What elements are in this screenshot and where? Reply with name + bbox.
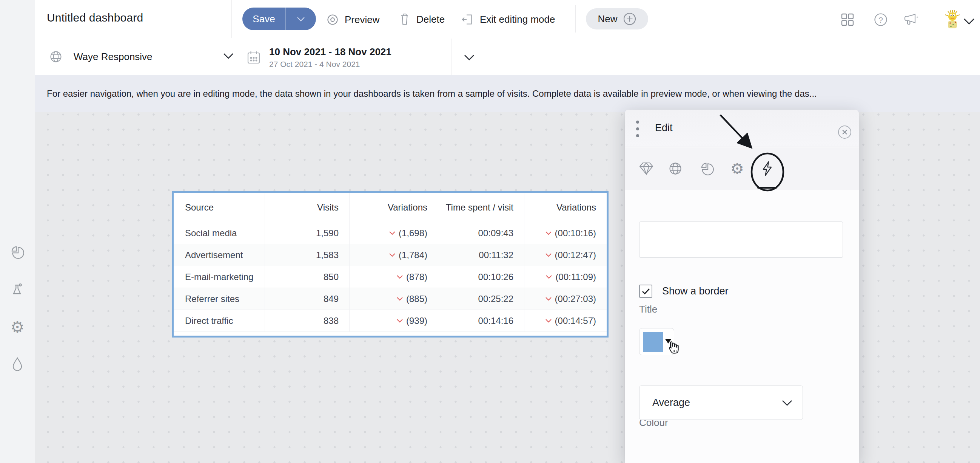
- chevron-down-icon: [963, 18, 975, 25]
- cell-time-spent: 00:25:22: [438, 288, 524, 310]
- save-button-label[interactable]: Save: [242, 8, 286, 30]
- site-name: Waye Responsive: [73, 51, 153, 63]
- decrease-icon: [545, 275, 553, 279]
- cell-visits: 1,590: [265, 222, 349, 244]
- cell-source: Direct traffic: [173, 310, 265, 332]
- trash-icon: [398, 12, 411, 26]
- site-selector[interactable]: Waye Responsive: [49, 45, 238, 69]
- show-border-checkbox[interactable]: [639, 284, 652, 298]
- cell-time-spent: 00:10:26: [438, 266, 524, 287]
- chevron-down-icon: [297, 17, 305, 22]
- show-border-label: Show a border: [662, 285, 729, 297]
- preview-eye-icon: [326, 14, 339, 26]
- column-header-variations[interactable]: Variations: [524, 193, 607, 222]
- context-bar: Waye Responsive 10 Nov 2021 - 18 Nov 202…: [35, 38, 980, 75]
- cell-time-variation: (00:12:47): [524, 244, 607, 266]
- tab-style-gem[interactable]: [635, 157, 658, 180]
- table-row[interactable]: Referrer sites 849 (885) 00:25:22 (00:27…: [173, 288, 607, 310]
- plus-circle-icon: [623, 12, 636, 26]
- chevron-down-icon: [464, 54, 474, 61]
- edit-panel-tabs: ⚙: [625, 147, 859, 190]
- show-border-checkbox-row[interactable]: Show a border: [639, 284, 729, 298]
- lab-flask-icon[interactable]: [9, 282, 25, 298]
- edit-panel-header: Edit: [625, 110, 859, 147]
- chevron-down-icon: [781, 399, 793, 406]
- tab-chart-pie[interactable]: [696, 157, 718, 180]
- avatar[interactable]: [943, 9, 962, 30]
- table-row[interactable]: Social media 1,590 (1,698) 00:09:43 (00:…: [173, 222, 607, 244]
- sources-table-widget[interactable]: Source Visits Variations Time spent / vi…: [172, 191, 609, 337]
- sampling-notice: For easier navigation, when you are in e…: [35, 75, 980, 112]
- border-colour-picker[interactable]: [639, 328, 674, 355]
- checkmark-icon: [641, 287, 651, 295]
- edit-panel-title: Edit: [655, 122, 673, 134]
- cell-time-variation: (00:11:09): [524, 266, 607, 287]
- tab-settings-gear[interactable]: ⚙: [726, 157, 749, 180]
- droplet-icon[interactable]: [9, 356, 25, 372]
- cell-time-variation: (00:10:16): [524, 222, 607, 244]
- apps-grid-icon[interactable]: [839, 11, 856, 28]
- delete-button[interactable]: Delete: [398, 11, 445, 28]
- save-button[interactable]: Save: [242, 8, 316, 30]
- cell-visits-variation: (1,698): [349, 222, 438, 244]
- cell-source: Advertisement: [173, 244, 265, 266]
- table-row[interactable]: Advertisement 1,583 (1,784) 00:11:32 (00…: [173, 244, 607, 266]
- drag-handle-icon[interactable]: [635, 121, 641, 137]
- calendar-icon: [247, 50, 261, 65]
- decrease-icon: [388, 252, 396, 257]
- caret-down-icon: [665, 339, 671, 343]
- cell-visits-variation: (878): [349, 266, 438, 287]
- svg-text:?: ?: [878, 16, 883, 24]
- date-range-value: 10 Nov 2021 - 18 Nov 2021: [269, 46, 391, 58]
- decrease-icon: [545, 296, 552, 301]
- cell-source: E-mail-marketing: [173, 266, 265, 287]
- cell-time-variation: (00:14:57): [524, 310, 607, 332]
- table-row[interactable]: E-mail-marketing 850 (878) 00:10:26 (00:…: [173, 266, 607, 288]
- cell-source: Social media: [173, 222, 265, 244]
- column-header-time-spent[interactable]: Time spent / visit: [438, 193, 524, 222]
- help-icon[interactable]: ?: [872, 11, 889, 28]
- widget-title-input[interactable]: [639, 222, 843, 258]
- date-range-selector[interactable]: 10 Nov 2021 - 18 Nov 2021 27 Oct 2021 - …: [231, 40, 451, 75]
- cell-visits: 850: [265, 266, 349, 287]
- exit-editing-mode-button[interactable]: Exit editing mode: [461, 11, 555, 28]
- close-button[interactable]: [838, 125, 852, 139]
- exit-icon: [461, 12, 474, 26]
- tab-interactions-lightning[interactable]: [756, 157, 778, 180]
- sampling-notice-text: For easier navigation, when you are in e…: [47, 88, 817, 99]
- decrease-icon: [388, 231, 396, 235]
- cell-time-spent: 00:14:16: [438, 310, 524, 332]
- cell-time-spent: 00:09:43: [438, 222, 524, 244]
- megaphone-icon[interactable]: [903, 11, 919, 28]
- cell-visits: 849: [265, 288, 349, 310]
- column-header-source[interactable]: Source: [173, 193, 265, 222]
- save-dropdown-toggle[interactable]: [286, 8, 316, 30]
- tab-data-globe[interactable]: [664, 157, 687, 180]
- account-menu-chevron[interactable]: [961, 13, 977, 29]
- thickness-value: Average: [652, 397, 781, 409]
- page-title: Untitled dashboard: [47, 11, 143, 24]
- cell-visits-variation: (1,784): [349, 244, 438, 266]
- decrease-icon: [396, 275, 404, 279]
- cell-visits-variation: (939): [349, 310, 438, 332]
- dashboard-editor-window: ⚙ Untitled dashboard Save Preview: [0, 0, 980, 463]
- column-header-variations[interactable]: Variations: [349, 193, 438, 222]
- decrease-icon: [545, 252, 552, 257]
- cell-source: Referrer sites: [173, 288, 265, 310]
- table-row[interactable]: Direct traffic 838 (939) 00:14:16 (00:14…: [173, 310, 607, 332]
- cell-visits: 1,583: [265, 244, 349, 266]
- column-header-visits[interactable]: Visits: [265, 193, 349, 222]
- thickness-dropdown[interactable]: Average: [639, 386, 803, 420]
- left-sidebar: ⚙: [0, 0, 35, 463]
- edit-panel: Edit: [625, 110, 859, 463]
- date-range-comparison: 27 Oct 2021 - 4 Nov 2021: [269, 60, 391, 69]
- colour-swatch: [643, 332, 663, 352]
- context-divider: [451, 38, 452, 75]
- pie-chart-icon[interactable]: [9, 244, 25, 260]
- preview-button[interactable]: Preview: [326, 11, 379, 28]
- close-icon: [843, 130, 847, 134]
- table-header-row: Source Visits Variations Time spent / vi…: [173, 193, 607, 222]
- new-button[interactable]: New: [586, 8, 648, 29]
- decrease-icon: [396, 318, 404, 323]
- gear-icon[interactable]: ⚙: [9, 319, 25, 335]
